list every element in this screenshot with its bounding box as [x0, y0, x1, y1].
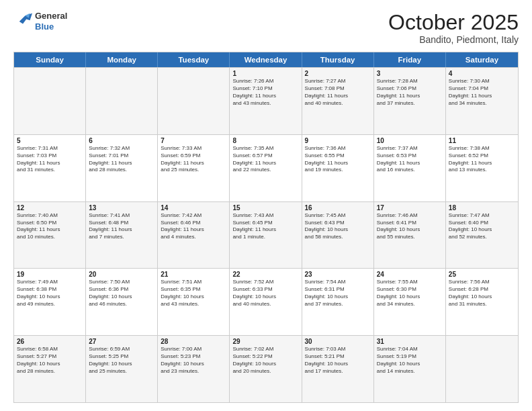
calendar-cell: 17Sunrise: 7:46 AM Sunset: 6:41 PM Dayli…	[374, 202, 446, 269]
calendar-cell: 20Sunrise: 7:50 AM Sunset: 6:36 PM Dayli…	[86, 269, 158, 335]
day-info: Sunrise: 7:36 AM Sunset: 6:55 PM Dayligh…	[305, 145, 371, 174]
calendar-cell: 14Sunrise: 7:42 AM Sunset: 6:46 PM Dayli…	[158, 202, 230, 269]
day-number: 16	[305, 204, 371, 212]
day-info: Sunrise: 7:50 AM Sunset: 6:36 PM Dayligh…	[89, 279, 154, 308]
logo-text: General Blue	[35, 11, 67, 32]
calendar-cell: 10Sunrise: 7:37 AM Sunset: 6:53 PM Dayli…	[374, 135, 446, 201]
day-info: Sunrise: 7:45 AM Sunset: 6:43 PM Dayligh…	[305, 212, 371, 241]
logo: General Blue	[13, 11, 67, 32]
day-number: 23	[305, 271, 371, 278]
calendar-cell: 8Sunrise: 7:35 AM Sunset: 6:57 PM Daylig…	[230, 135, 302, 201]
day-info: Sunrise: 6:58 AM Sunset: 5:27 PM Dayligh…	[17, 346, 83, 375]
svg-marker-0	[19, 13, 32, 24]
day-number: 13	[89, 204, 154, 212]
calendar-cell: 5Sunrise: 7:31 AM Sunset: 7:03 PM Daylig…	[14, 135, 86, 201]
weekday-header: Wednesday	[230, 52, 302, 67]
calendar-cell: 31Sunrise: 7:04 AM Sunset: 5:19 PM Dayli…	[374, 336, 446, 402]
day-info: Sunrise: 7:00 AM Sunset: 5:23 PM Dayligh…	[161, 346, 226, 375]
calendar-cell: 18Sunrise: 7:47 AM Sunset: 6:40 PM Dayli…	[446, 202, 518, 269]
calendar-cell: 15Sunrise: 7:43 AM Sunset: 6:45 PM Dayli…	[230, 202, 302, 269]
day-info: Sunrise: 7:47 AM Sunset: 6:40 PM Dayligh…	[449, 212, 515, 241]
day-info: Sunrise: 7:51 AM Sunset: 6:35 PM Dayligh…	[161, 279, 226, 308]
day-info: Sunrise: 7:35 AM Sunset: 6:57 PM Dayligh…	[232, 145, 298, 174]
day-number: 24	[377, 271, 443, 278]
calendar-cell: 9Sunrise: 7:36 AM Sunset: 6:55 PM Daylig…	[302, 135, 374, 201]
calendar-cell: 16Sunrise: 7:45 AM Sunset: 6:43 PM Dayli…	[302, 202, 374, 269]
weekday-header: Friday	[374, 52, 446, 67]
day-number: 4	[449, 70, 515, 77]
calendar-cell: 6Sunrise: 7:32 AM Sunset: 7:01 PM Daylig…	[86, 135, 158, 201]
day-number: 6	[89, 137, 154, 144]
weekday-header: Thursday	[302, 52, 374, 67]
day-info: Sunrise: 7:30 AM Sunset: 7:04 PM Dayligh…	[449, 78, 515, 107]
calendar-cell: 11Sunrise: 7:38 AM Sunset: 6:52 PM Dayli…	[446, 135, 518, 201]
calendar-body: 1Sunrise: 7:26 AM Sunset: 7:10 PM Daylig…	[14, 67, 518, 402]
day-number: 22	[232, 271, 298, 278]
calendar-row: 12Sunrise: 7:40 AM Sunset: 6:50 PM Dayli…	[14, 201, 518, 269]
calendar-cell: 26Sunrise: 6:58 AM Sunset: 5:27 PM Dayli…	[14, 336, 86, 402]
day-info: Sunrise: 7:26 AM Sunset: 7:10 PM Dayligh…	[232, 78, 298, 107]
calendar-cell	[158, 68, 230, 134]
day-info: Sunrise: 7:54 AM Sunset: 6:31 PM Dayligh…	[305, 279, 371, 308]
day-number: 9	[305, 137, 371, 144]
page-header: General Blue October 2025 Bandito, Piedm…	[13, 11, 519, 45]
day-info: Sunrise: 7:32 AM Sunset: 7:01 PM Dayligh…	[89, 145, 154, 174]
calendar-cell	[14, 68, 86, 134]
day-number: 14	[161, 204, 226, 212]
weekday-header: Tuesday	[158, 52, 230, 67]
calendar-cell: 25Sunrise: 7:56 AM Sunset: 6:28 PM Dayli…	[446, 269, 518, 335]
calendar-row: 1Sunrise: 7:26 AM Sunset: 7:10 PM Daylig…	[14, 67, 518, 134]
day-number: 3	[377, 70, 443, 77]
day-info: Sunrise: 6:59 AM Sunset: 5:25 PM Dayligh…	[89, 346, 154, 375]
day-number: 18	[449, 204, 515, 212]
calendar-row: 19Sunrise: 7:49 AM Sunset: 6:38 PM Dayli…	[14, 268, 518, 335]
day-number: 8	[232, 137, 298, 144]
day-info: Sunrise: 7:28 AM Sunset: 7:06 PM Dayligh…	[377, 78, 443, 107]
calendar-cell	[446, 336, 518, 402]
weekday-header: Saturday	[446, 52, 518, 67]
day-number: 11	[449, 137, 515, 144]
calendar-cell: 22Sunrise: 7:52 AM Sunset: 6:33 PM Dayli…	[230, 269, 302, 335]
day-number: 7	[161, 137, 226, 144]
logo-icon	[13, 12, 32, 31]
day-number: 19	[17, 271, 83, 278]
day-info: Sunrise: 7:02 AM Sunset: 5:22 PM Dayligh…	[232, 346, 298, 375]
calendar-cell: 12Sunrise: 7:40 AM Sunset: 6:50 PM Dayli…	[14, 202, 86, 269]
day-info: Sunrise: 7:03 AM Sunset: 5:21 PM Dayligh…	[305, 346, 371, 375]
calendar-cell: 4Sunrise: 7:30 AM Sunset: 7:04 PM Daylig…	[446, 68, 518, 134]
calendar-cell: 23Sunrise: 7:54 AM Sunset: 6:31 PM Dayli…	[302, 269, 374, 335]
day-info: Sunrise: 7:43 AM Sunset: 6:45 PM Dayligh…	[232, 212, 298, 241]
day-info: Sunrise: 7:41 AM Sunset: 6:48 PM Dayligh…	[89, 212, 154, 241]
day-info: Sunrise: 7:38 AM Sunset: 6:52 PM Dayligh…	[449, 145, 515, 174]
calendar-row: 5Sunrise: 7:31 AM Sunset: 7:03 PM Daylig…	[14, 134, 518, 201]
calendar-header: SundayMondayTuesdayWednesdayThursdayFrid…	[14, 52, 518, 67]
day-number: 1	[232, 70, 298, 77]
calendar-cell: 3Sunrise: 7:28 AM Sunset: 7:06 PM Daylig…	[374, 68, 446, 134]
day-info: Sunrise: 7:42 AM Sunset: 6:46 PM Dayligh…	[161, 212, 226, 241]
calendar-cell: 27Sunrise: 6:59 AM Sunset: 5:25 PM Dayli…	[86, 336, 158, 402]
day-number: 10	[377, 137, 443, 144]
day-number: 26	[17, 338, 83, 345]
weekday-header: Sunday	[14, 52, 86, 67]
day-info: Sunrise: 7:37 AM Sunset: 6:53 PM Dayligh…	[377, 145, 443, 174]
calendar-row: 26Sunrise: 6:58 AM Sunset: 5:27 PM Dayli…	[14, 335, 518, 402]
calendar-cell: 21Sunrise: 7:51 AM Sunset: 6:35 PM Dayli…	[158, 269, 230, 335]
calendar-cell: 29Sunrise: 7:02 AM Sunset: 5:22 PM Dayli…	[230, 336, 302, 402]
day-number: 30	[305, 338, 371, 345]
day-info: Sunrise: 7:04 AM Sunset: 5:19 PM Dayligh…	[377, 346, 443, 375]
day-info: Sunrise: 7:46 AM Sunset: 6:41 PM Dayligh…	[377, 212, 443, 241]
calendar-cell: 7Sunrise: 7:33 AM Sunset: 6:59 PM Daylig…	[158, 135, 230, 201]
day-info: Sunrise: 7:49 AM Sunset: 6:38 PM Dayligh…	[17, 279, 83, 308]
calendar-cell	[86, 68, 158, 134]
calendar-cell: 2Sunrise: 7:27 AM Sunset: 7:08 PM Daylig…	[302, 68, 374, 134]
calendar-cell: 28Sunrise: 7:00 AM Sunset: 5:23 PM Dayli…	[158, 336, 230, 402]
day-number: 25	[449, 271, 515, 278]
day-number: 12	[17, 204, 83, 212]
day-number: 2	[305, 70, 371, 77]
location-subtitle: Bandito, Piedmont, Italy	[388, 34, 519, 45]
day-number: 29	[232, 338, 298, 345]
day-number: 28	[161, 338, 226, 345]
calendar: SundayMondayTuesdayWednesdayThursdayFrid…	[13, 52, 519, 403]
day-info: Sunrise: 7:27 AM Sunset: 7:08 PM Dayligh…	[305, 78, 371, 107]
weekday-header: Monday	[86, 52, 158, 67]
